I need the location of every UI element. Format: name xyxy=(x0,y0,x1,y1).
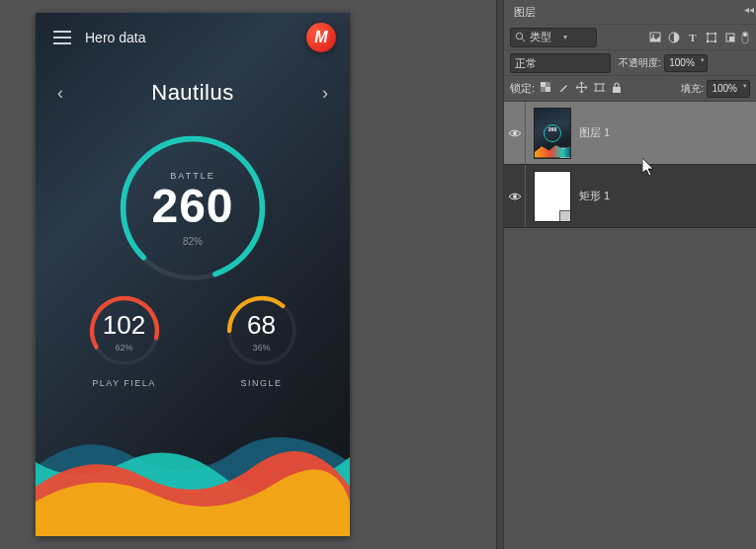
layer-thumbnail[interactable]: 260▣ xyxy=(534,108,571,159)
filter-smart-icon[interactable] xyxy=(721,29,739,46)
brand-badge[interactable]: M xyxy=(306,23,336,52)
stat1-label: PLAY FIELA xyxy=(75,378,174,388)
svg-point-15 xyxy=(714,39,716,41)
layer-row-1[interactable]: 260▣ 图层 1 xyxy=(504,102,756,165)
layer-name[interactable]: 矩形 1 xyxy=(579,189,610,203)
visibility-toggle[interactable] xyxy=(504,102,526,164)
opacity-label: 不透明度: xyxy=(619,56,661,70)
svg-point-13 xyxy=(714,32,716,34)
filter-pixel-icon[interactable] xyxy=(646,29,664,46)
svg-point-30 xyxy=(513,131,517,135)
smart-object-icon: ▣ xyxy=(559,147,571,159)
blend-mode-select[interactable]: 正常 xyxy=(510,53,611,73)
lock-all-icon[interactable] xyxy=(610,82,624,95)
stat-single: 68 36% SINGLE xyxy=(212,293,311,388)
hamburger-icon[interactable] xyxy=(53,31,71,44)
visibility-toggle[interactable] xyxy=(504,165,526,227)
svg-line-7 xyxy=(522,39,525,41)
filter-type-icon[interactable]: T xyxy=(684,29,702,46)
lock-artboard-icon[interactable] xyxy=(592,82,606,95)
fill-input[interactable] xyxy=(707,80,750,98)
svg-rect-24 xyxy=(596,84,603,91)
blend-row: 正常 不透明度: xyxy=(504,49,756,75)
layer-thumbnail[interactable] xyxy=(534,171,571,222)
hero-name: Nautilus xyxy=(151,80,233,106)
svg-rect-17 xyxy=(729,37,734,41)
mock-header: Hero data M xyxy=(36,13,350,62)
svg-point-9 xyxy=(652,35,654,37)
svg-point-12 xyxy=(707,32,709,34)
svg-point-31 xyxy=(513,195,517,198)
lock-transparency-icon[interactable] xyxy=(539,82,552,95)
svg-rect-21 xyxy=(546,87,550,92)
svg-rect-11 xyxy=(708,34,715,41)
main-stat-ring: BATTLE 260 82% xyxy=(114,129,272,287)
chevron-right-icon[interactable]: › xyxy=(322,83,328,104)
filter-toggle[interactable] xyxy=(740,29,750,46)
layers-panel: ◂◂ 图层 类型 ▾ T 正常 不透明度: 锁定: xyxy=(503,0,756,549)
filter-adjust-icon[interactable] xyxy=(665,29,683,46)
svg-point-3 xyxy=(87,293,162,368)
filter-row: 类型 ▾ T xyxy=(504,24,756,49)
svg-point-19 xyxy=(743,33,747,37)
svg-point-1 xyxy=(114,129,272,287)
svg-rect-29 xyxy=(613,87,621,93)
stat-play-fiela: 102 62% PLAY FIELA xyxy=(75,293,174,388)
canvas-mockup: Hero data M ‹ Nautilus › BATTLE 260 82% … xyxy=(36,13,350,536)
stat2-label: SINGLE xyxy=(212,378,311,388)
filter-type-combo[interactable]: 类型 ▾ xyxy=(510,28,597,47)
svg-rect-22 xyxy=(546,82,550,87)
header-title: Hero data xyxy=(85,30,145,45)
shape-layer-icon xyxy=(559,210,571,222)
fill-label: 填充: xyxy=(681,82,704,96)
layers-list: 260▣ 图层 1 矩形 1 xyxy=(504,101,756,228)
svg-rect-23 xyxy=(541,87,546,92)
lock-position-icon[interactable] xyxy=(574,82,588,95)
layer-name[interactable]: 图层 1 xyxy=(579,125,610,140)
svg-point-14 xyxy=(707,39,709,41)
layer-row-2[interactable]: 矩形 1 xyxy=(504,165,756,228)
opacity-input[interactable] xyxy=(664,54,708,72)
lock-row: 锁定: 填充: xyxy=(504,75,756,101)
hero-nav: ‹ Nautilus › xyxy=(36,70,350,116)
filter-shape-icon[interactable] xyxy=(703,29,720,46)
filter-label: 类型 xyxy=(530,30,555,44)
panel-collapse-icon[interactable]: ◂◂ xyxy=(744,4,754,15)
tab-layers[interactable]: 图层 xyxy=(504,0,546,25)
wave-decoration xyxy=(36,408,350,536)
svg-rect-20 xyxy=(541,82,546,87)
lock-paint-icon[interactable] xyxy=(556,82,570,95)
chevron-left-icon[interactable]: ‹ xyxy=(57,83,63,104)
svg-point-6 xyxy=(516,33,522,39)
lock-label: 锁定: xyxy=(510,81,535,96)
